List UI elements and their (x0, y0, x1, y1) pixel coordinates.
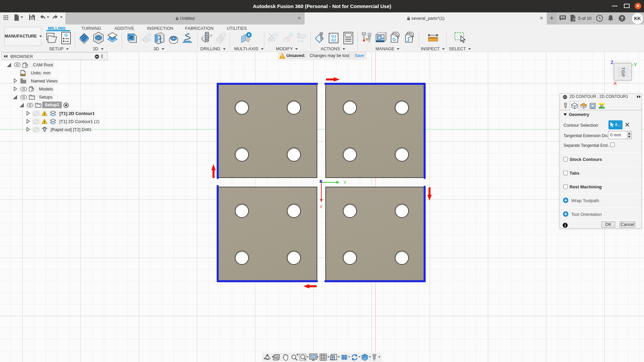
svg-text:G2: G2 (331, 38, 336, 42)
svg-text:Y: Y (343, 180, 346, 185)
svg-text:X: X (320, 204, 323, 209)
svg-text:z: z (319, 180, 321, 183)
svg-text:G: G (392, 37, 396, 42)
svg-text:G: G (64, 33, 68, 38)
svg-text:?: ? (621, 16, 624, 21)
svg-text:G1: G1 (331, 34, 336, 38)
